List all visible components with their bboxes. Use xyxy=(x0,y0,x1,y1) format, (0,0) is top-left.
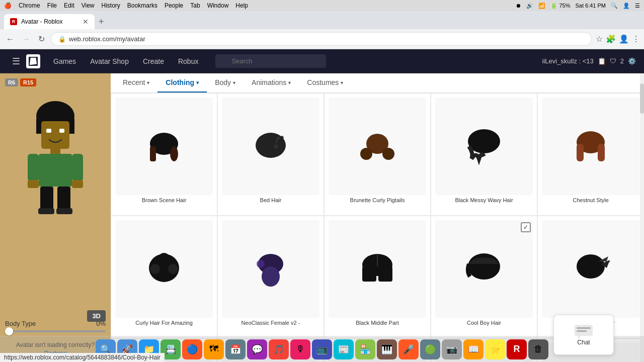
catalog-item-6[interactable]: NeoClassic Female v2 - xyxy=(217,216,324,338)
dock-band[interactable]: 🎤 xyxy=(398,339,419,359)
catalog-item-4[interactable]: Chestnut Style xyxy=(537,93,644,216)
window-menu[interactable]: Window xyxy=(207,2,229,9)
apple-menu[interactable]: 🍎 xyxy=(4,2,12,9)
svg-rect-9 xyxy=(50,149,60,154)
url-bar[interactable]: 🔒 web.roblox.com/my/avatar xyxy=(51,32,592,46)
dock-roblox[interactable]: R xyxy=(507,339,527,359)
r15-badge[interactable]: R15 xyxy=(20,78,36,86)
nav-create[interactable]: Create xyxy=(136,54,171,68)
dock-dictionary[interactable]: 📖 xyxy=(463,339,484,359)
browser-tab[interactable]: R Avatar - Roblox ✕ xyxy=(4,14,95,29)
scrollbar-track[interactable] xyxy=(640,73,644,362)
svg-rect-74 xyxy=(577,327,591,329)
edit-menu[interactable]: Edit xyxy=(64,2,74,9)
category-tabs: Recent ▾ Clothing ▾ Body ▾ Animations xyxy=(111,73,644,93)
catalog-item-3[interactable]: Black Messy Wavy Hair xyxy=(431,93,537,216)
dock-spotify[interactable]: 🟢 xyxy=(420,339,440,359)
dock-messages[interactable]: 💬 xyxy=(247,339,267,359)
shield-icon[interactable]: 🛡 xyxy=(610,57,616,65)
svg-rect-14 xyxy=(72,180,83,188)
dock-trash[interactable]: 🗑 xyxy=(528,339,548,359)
chat-bubble[interactable]: Chat xyxy=(553,315,614,355)
reload-button[interactable]: ↻ xyxy=(36,32,47,46)
close-tab-button[interactable]: ✕ xyxy=(83,18,89,26)
tab-animations[interactable]: Animations ▾ xyxy=(244,73,299,93)
view-3d-button[interactable]: 3D xyxy=(87,310,106,322)
chrome-menu[interactable]: Chrome xyxy=(19,2,40,9)
r6-badge[interactable]: R6 xyxy=(5,78,18,86)
scrollbar-thumb[interactable] xyxy=(640,83,644,114)
svg-rect-11 xyxy=(28,154,39,182)
forward-button[interactable]: → xyxy=(20,33,32,46)
svg-rect-10 xyxy=(39,154,72,187)
dock-istar[interactable]: ⭐ xyxy=(485,339,505,359)
svg-rect-30 xyxy=(577,144,584,161)
catalog-item-0[interactable]: Brown Scene Hair xyxy=(111,93,217,216)
dock-piano[interactable]: 🎹 xyxy=(377,339,397,359)
back-button[interactable]: ← xyxy=(4,33,16,46)
history-menu[interactable]: History xyxy=(102,2,120,9)
slider-thumb xyxy=(5,327,13,335)
dock-chrome[interactable]: 🔵 xyxy=(182,339,202,359)
dock-music[interactable]: 🎵 xyxy=(269,339,289,359)
tab-clothing[interactable]: Clothing ▾ xyxy=(157,73,207,93)
svg-point-33 xyxy=(150,264,160,274)
svg-rect-31 xyxy=(598,144,605,161)
item-image-7 xyxy=(329,220,426,318)
body-type-slider[interactable] xyxy=(5,330,106,332)
nav-robux[interactable]: Robux xyxy=(171,54,205,68)
item-image-0 xyxy=(115,98,213,195)
tab-recent[interactable]: Recent ▾ xyxy=(115,73,157,93)
bookmark-icon[interactable]: ☆ xyxy=(596,34,603,44)
people-menu[interactable]: People xyxy=(165,2,183,9)
tab-costumes[interactable]: Costumes ▾ xyxy=(299,73,351,93)
chat-label: Chat xyxy=(577,339,590,346)
roblox-app: ☰ Games Avatar Shop Create Robux 🔍 iiLev… xyxy=(0,49,644,362)
item-name-5: Curly Hair For Amazing xyxy=(115,320,213,334)
spotlight-icon[interactable]: 🔍 xyxy=(611,3,618,9)
tab-title: Avatar - Roblox xyxy=(21,18,62,25)
tab-body[interactable]: Body ▾ xyxy=(207,73,244,93)
item-image-2 xyxy=(329,98,426,195)
dock-news[interactable]: 📰 xyxy=(334,339,354,359)
notifications-icon[interactable]: 📋 xyxy=(598,57,606,65)
item-image-3 xyxy=(435,98,533,195)
bookmarks-menu[interactable]: Bookmarks xyxy=(127,2,157,9)
view-menu[interactable]: View xyxy=(82,2,95,9)
catalog-item-1[interactable]: Bed Hair xyxy=(217,93,324,216)
user-icon[interactable]: 👤 xyxy=(623,3,630,9)
dock-maps[interactable]: 🗺 xyxy=(204,339,224,359)
item-image-8: ✓ xyxy=(435,220,533,318)
hamburger-icon[interactable]: ☰ xyxy=(8,54,24,69)
catalog-item-8[interactable]: ✓Cool Boy Hair xyxy=(431,216,537,338)
nav-games[interactable]: Games xyxy=(46,54,83,68)
sound-icon: 🔊 xyxy=(526,3,533,9)
tab-menu[interactable]: Tab xyxy=(190,2,200,9)
dock-tv[interactable]: 📺 xyxy=(312,339,332,359)
help-menu[interactable]: Help xyxy=(235,2,248,9)
dock-calendar[interactable]: 📅 xyxy=(225,339,246,359)
extensions-icon[interactable]: 🧩 xyxy=(606,34,616,44)
item-checkmark-8: ✓ xyxy=(521,222,531,232)
catalog-item-7[interactable]: Black Middle Part xyxy=(324,216,431,338)
profile-icon[interactable]: 👤 xyxy=(619,34,629,44)
status-url: https://web.roblox.com/catalog/564488384… xyxy=(4,354,160,361)
catalog-item-2[interactable]: Brunette Curly Pigtails xyxy=(324,93,431,216)
roblox-logo[interactable] xyxy=(26,54,40,68)
chat-icon xyxy=(574,324,594,339)
file-menu[interactable]: File xyxy=(47,2,57,9)
body-type-label: Body Type xyxy=(5,320,36,327)
menu-icon[interactable]: ⋮ xyxy=(632,34,640,44)
search-input[interactable] xyxy=(215,54,326,68)
new-tab-button[interactable]: + xyxy=(97,15,106,29)
url-text: web.roblox.com/my/avatar xyxy=(69,35,145,43)
dock-podcasts[interactable]: 🎙 xyxy=(290,339,310,359)
settings-icon[interactable]: ⚙️ xyxy=(628,57,636,65)
svg-rect-18 xyxy=(56,208,72,214)
dock-facetime[interactable]: 📷 xyxy=(442,339,462,359)
item-name-4: Chestnut Style xyxy=(542,197,639,211)
dock-appstore[interactable]: 🏪 xyxy=(355,339,375,359)
nav-avatar-shop[interactable]: Avatar Shop xyxy=(83,54,136,68)
control-center-icon[interactable]: ☰ xyxy=(635,3,640,9)
catalog-item-5[interactable]: Curly Hair For Amazing xyxy=(111,216,217,338)
